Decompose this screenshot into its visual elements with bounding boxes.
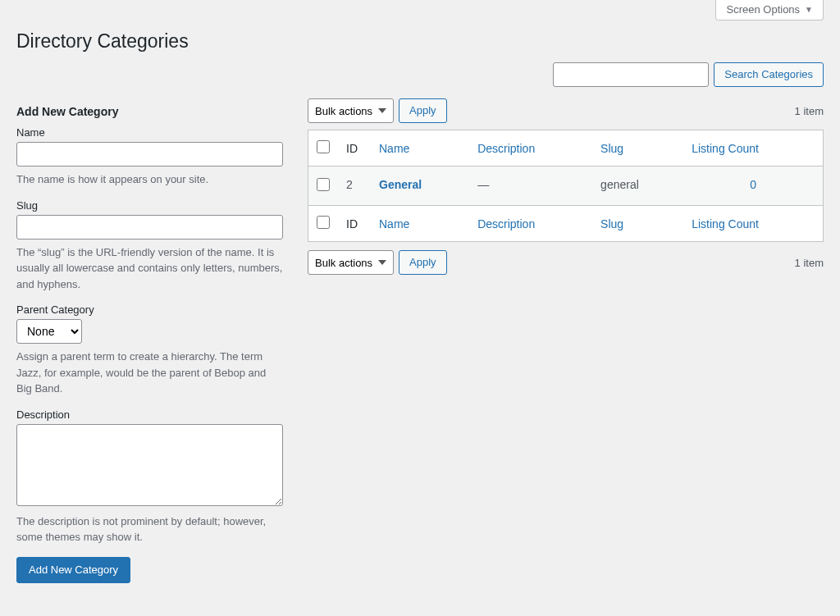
col-count-foot[interactable]: Listing Count (683, 206, 823, 242)
select-all-top[interactable] (317, 140, 330, 153)
apply-button-top[interactable]: Apply (399, 98, 447, 123)
table-row: 2 General — general 0 (308, 167, 824, 206)
col-count[interactable]: Listing Count (683, 130, 823, 167)
name-label: Name (16, 126, 283, 139)
bulk-actions-select-bottom[interactable]: Bulk actions (308, 250, 394, 275)
caret-down-icon: ▼ (805, 5, 813, 14)
description-label: Description (16, 408, 283, 421)
row-name-link[interactable]: General (379, 178, 422, 191)
form-heading: Add New Category (16, 105, 283, 118)
row-count-link[interactable]: 0 (750, 178, 756, 191)
col-description[interactable]: Description (469, 130, 592, 167)
items-count-top: 1 item (795, 105, 824, 117)
slug-input[interactable] (16, 215, 283, 240)
name-desc: The name is how it appears on your site. (16, 171, 283, 188)
col-slug-foot[interactable]: Slug (592, 206, 683, 242)
row-checkbox[interactable] (317, 178, 330, 191)
apply-button-bottom[interactable]: Apply (399, 250, 447, 275)
col-name-foot[interactable]: Name (371, 206, 469, 242)
row-id: 2 (338, 167, 371, 206)
screen-options-label: Screen Options (726, 3, 800, 16)
description-textarea[interactable] (16, 424, 283, 506)
items-count-bottom: 1 item (795, 257, 824, 269)
name-input[interactable] (16, 142, 283, 167)
col-id-foot: ID (338, 206, 371, 242)
col-name[interactable]: Name (371, 130, 469, 167)
search-categories-button[interactable]: Search Categories (714, 62, 824, 87)
select-all-bottom[interactable] (317, 216, 330, 229)
slug-label: Slug (16, 199, 283, 212)
slug-desc: The “slug” is the URL-friendly version o… (16, 244, 283, 293)
bulk-actions-select-top[interactable]: Bulk actions (308, 98, 394, 123)
col-slug[interactable]: Slug (592, 130, 683, 167)
col-id: ID (338, 130, 371, 167)
parent-desc: Assign a parent term to create a hierarc… (16, 349, 283, 397)
row-description: — (469, 167, 592, 206)
row-slug: general (592, 167, 683, 206)
page-title: Directory Categories (16, 21, 824, 59)
search-input[interactable] (553, 62, 709, 87)
description-desc: The description is not prominent by defa… (16, 513, 283, 545)
col-description-foot[interactable]: Description (469, 206, 592, 242)
parent-label: Parent Category (16, 303, 283, 316)
parent-select[interactable]: None (16, 319, 82, 344)
add-new-category-button[interactable]: Add New Category (16, 557, 130, 583)
screen-options-button[interactable]: Screen Options ▼ (715, 0, 824, 21)
categories-table: ID Name Description Slug Listing Count 2… (308, 130, 824, 242)
